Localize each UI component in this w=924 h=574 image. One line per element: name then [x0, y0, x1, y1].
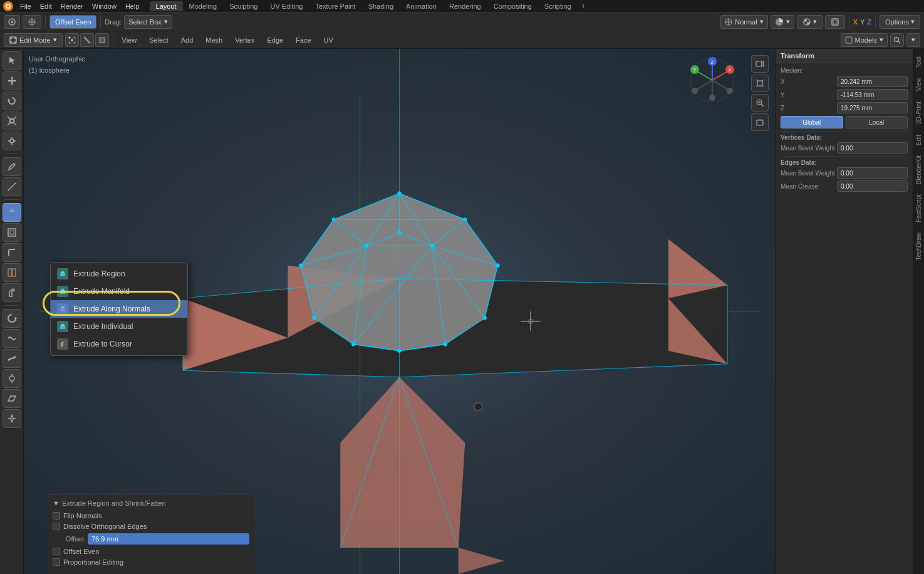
extrude-individual-item[interactable]: Extrude Individual — [51, 318, 187, 335]
viewport-gizmo[interactable]: Z X Y — [687, 55, 737, 105]
tab-techdraw[interactable]: TechDraw — [914, 227, 923, 265]
loop-cut-tool[interactable] — [3, 263, 21, 282]
tab-rendering[interactable]: Rendering — [443, 1, 487, 11]
x-field-value[interactable]: 20.242 mm — [837, 76, 908, 87]
tab-animation[interactable]: Animation — [400, 1, 443, 11]
bevel-tool[interactable] — [3, 243, 21, 262]
tab-blenderkit[interactable]: BlenderKit — [914, 150, 923, 189]
normal-dropdown[interactable]: Normal ▾ — [720, 15, 767, 29]
tab-modeling[interactable]: Modeling — [183, 1, 224, 11]
global-orientation-btn[interactable] — [23, 15, 41, 29]
view-menu[interactable]: View — [117, 33, 142, 47]
shrink-fatten-tool[interactable] — [3, 369, 21, 388]
workspace-tabs: Layout Modeling Sculpting UV Editing Tex… — [150, 1, 589, 12]
tab-scripting[interactable]: Scripting — [538, 1, 578, 11]
offset-even-checkbox[interactable] — [53, 548, 60, 555]
snapping-icon-btn[interactable] — [4, 15, 20, 29]
local-btn[interactable]: Local — [846, 116, 908, 128]
face-menu[interactable]: Face — [291, 33, 316, 47]
dissolve-edges-label[interactable]: Dissolve Orthogonal Edges — [53, 523, 147, 530]
transform-tool[interactable] — [3, 132, 21, 150]
mean-bevel-weight-e-value[interactable]: 0.00 — [837, 167, 908, 179]
svg-line-78 — [334, 193, 400, 219]
offset-even-btn[interactable]: Offset Even — [49, 15, 96, 29]
offset-field[interactable]: 76.9 mm — [88, 533, 249, 545]
measure-tool[interactable] — [3, 177, 21, 196]
search-btn[interactable] — [890, 33, 904, 47]
menu-edit[interactable]: Edit — [36, 1, 56, 11]
move-tool[interactable] — [3, 71, 21, 90]
rotate-tool[interactable] — [3, 91, 21, 110]
z-field-value[interactable]: 19.275 mm — [837, 102, 908, 113]
tab-add[interactable]: + — [578, 1, 589, 12]
face-mode-btn[interactable] — [95, 33, 109, 47]
camera-view-btn[interactable] — [751, 55, 769, 73]
menu-render[interactable]: Render — [57, 1, 87, 11]
tab-compositing[interactable]: Compositing — [487, 1, 538, 11]
annotate-tool[interactable] — [3, 157, 21, 176]
svg-line-136 — [712, 71, 729, 80]
inset-tool[interactable] — [3, 223, 21, 242]
scale-tool[interactable] — [3, 112, 21, 130]
tab-layout[interactable]: Layout — [150, 1, 183, 11]
proportional-editing-checkbox[interactable] — [53, 558, 60, 566]
tab-view[interactable]: View — [914, 73, 923, 97]
x-row: X 20.242 mm — [781, 76, 908, 87]
y-field-value[interactable]: -114.53 mm — [837, 89, 908, 100]
vertex-menu[interactable]: Vertex — [230, 33, 259, 47]
add-menu[interactable]: Add — [176, 33, 199, 47]
options-btn[interactable]: Options ▾ — [880, 15, 920, 29]
viewport-overlay-dropdown[interactable]: ▾ — [906, 33, 920, 47]
extrude-manifold-item[interactable]: Extrude Manifold — [51, 283, 187, 300]
uv-menu[interactable]: UV — [319, 33, 338, 47]
menu-file[interactable]: File — [16, 1, 35, 11]
extrude-along-normals-item[interactable]: Extrude Along Normals — [51, 300, 187, 318]
viewport[interactable]: User Orthographic (1) Icosphere Z X Y — [24, 49, 775, 574]
knife-tool[interactable] — [3, 283, 21, 302]
mode-select[interactable]: Edit Mode ▾ — [4, 33, 63, 47]
dissolve-edges-checkbox[interactable] — [53, 523, 60, 530]
tab-sculpting[interactable]: Sculpting — [223, 1, 264, 11]
mesh-menu[interactable]: Mesh — [200, 33, 227, 47]
svg-line-80 — [366, 193, 399, 246]
models-dropdown[interactable]: Models ▾ — [841, 33, 888, 47]
proportional-editing-label[interactable]: Proportional Editing — [53, 558, 123, 566]
mean-crease-value[interactable]: 0.00 — [837, 180, 908, 192]
tab-shading[interactable]: Shading — [362, 1, 400, 11]
rip-tool[interactable] — [3, 409, 21, 428]
edge-menu[interactable]: Edge — [262, 33, 288, 47]
tab-edit[interactable]: Edit — [914, 130, 923, 150]
zoom-btn[interactable] — [751, 94, 769, 112]
tab-uv-editing[interactable]: UV Editing — [264, 1, 309, 11]
edge-mode-btn[interactable] — [80, 33, 94, 47]
offset-even-label[interactable]: Offset Even — [53, 548, 99, 555]
flip-normals-label[interactable]: Flip Normals — [53, 512, 102, 519]
extrude-region-item[interactable]: Extrude Region — [51, 265, 187, 283]
collection-btn[interactable] — [751, 113, 769, 131]
viewport-shading-dropdown[interactable]: ▾ — [771, 15, 794, 29]
svg-line-156 — [761, 104, 764, 107]
overlay-btn[interactable]: ▾ — [797, 15, 823, 29]
global-btn[interactable]: Global — [781, 116, 843, 128]
smooth-tool[interactable] — [3, 329, 21, 348]
tab-fastscript[interactable]: FastScript — [914, 189, 923, 227]
select-menu[interactable]: Select — [144, 33, 174, 47]
select-box-dropdown[interactable]: Select Box ▾ — [124, 15, 172, 29]
tab-texture-paint[interactable]: Texture Paint — [309, 1, 361, 11]
svg-rect-54 — [9, 212, 15, 216]
perspective-btn[interactable] — [751, 75, 769, 92]
extrude-tool[interactable] — [3, 203, 21, 222]
mean-bevel-weight-v-value[interactable]: 0.00 — [837, 142, 908, 154]
flip-normals-checkbox[interactable] — [53, 512, 60, 519]
edge-slide-tool[interactable] — [3, 349, 21, 368]
spin-tool[interactable] — [3, 309, 21, 328]
tab-3dprint[interactable]: 3D-Print — [914, 97, 923, 130]
menu-help[interactable]: Help — [122, 1, 143, 11]
extrude-cursor-item[interactable]: Extrude to Cursor — [51, 335, 187, 353]
menu-window[interactable]: Window — [88, 1, 120, 11]
cursor-tool[interactable] — [3, 51, 21, 70]
tab-tool[interactable]: Tool — [914, 51, 923, 73]
vertex-mode-btn[interactable] — [65, 33, 79, 47]
xray-btn[interactable] — [825, 15, 845, 29]
shear-tool[interactable] — [3, 389, 21, 408]
